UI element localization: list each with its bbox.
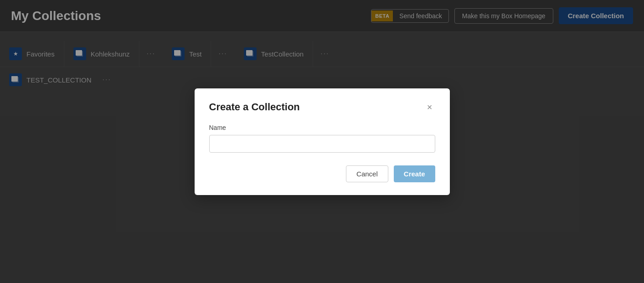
modal-body: Name (209, 124, 435, 153)
modal-footer: Cancel Create (209, 165, 435, 182)
modal-close-button[interactable]: × (424, 102, 435, 113)
name-label: Name (209, 124, 435, 131)
modal-header: Create a Collection × (209, 101, 435, 113)
modal-title: Create a Collection (209, 101, 300, 113)
modal-overlay: Create a Collection × Name Cancel Create (0, 0, 644, 283)
create-collection-modal: Create a Collection × Name Cancel Create (195, 88, 450, 195)
name-input[interactable] (209, 135, 435, 153)
create-button[interactable]: Create (394, 165, 435, 182)
cancel-button[interactable]: Cancel (346, 165, 388, 182)
page-background: My Collections BETA Send feedback Make t… (0, 0, 644, 283)
